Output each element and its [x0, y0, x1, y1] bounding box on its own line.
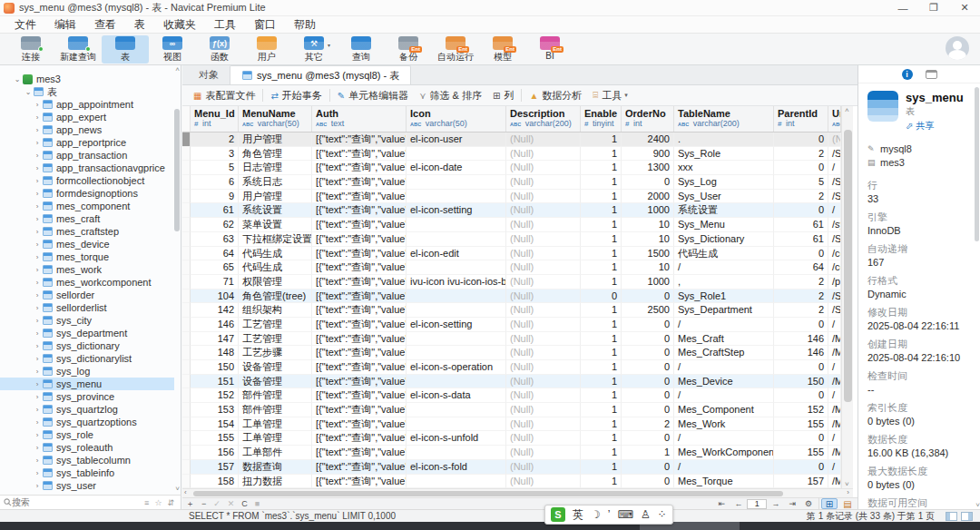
table-row[interactable]: 71权限管理[{"text":"查询","value":"Sivu-icon i… — [182, 275, 841, 290]
cell-parentid[interactable]: 5 — [774, 175, 828, 190]
table-row[interactable]: 158扭力数据[{"text":"查询","value":"S(Null)10M… — [182, 475, 841, 489]
cell-enable[interactable]: 1 — [581, 346, 622, 360]
scroll-down-icon[interactable]: ˅ — [975, 501, 980, 509]
cell-icon[interactable]: el-icon-user — [407, 132, 506, 147]
cell-auth[interactable]: [{"text":"查询","value":"S — [312, 446, 407, 460]
cell-orderno[interactable]: 1000 — [622, 203, 674, 218]
cell-parentid[interactable]: 0 — [774, 161, 828, 175]
table-row[interactable]: 62菜单设置[{"text":"查询","value":"S(Null)110S… — [182, 218, 841, 232]
tree-item-mes_craft[interactable]: ›mes_craft — [0, 212, 174, 225]
expander-icon[interactable]: › — [33, 317, 42, 325]
table-row[interactable]: 147工艺管理[{"text":"查询","value":"S(Null)10M… — [182, 332, 841, 347]
cell-enable[interactable]: 1 — [581, 375, 622, 389]
cell-ur[interactable]: /Me — [828, 446, 841, 460]
cell-tablename[interactable]: 代码生成 — [674, 247, 774, 261]
cell-ur[interactable]: /Sys — [828, 147, 841, 162]
expander-icon[interactable]: › — [33, 202, 42, 211]
cell-tablename[interactable]: Sys_Department — [674, 303, 774, 318]
cell-ur[interactable]: /Sys — [828, 303, 841, 318]
cell-enable[interactable]: 1 — [581, 417, 622, 432]
scrollbar-thumb[interactable] — [975, 87, 979, 241]
cell-enable[interactable]: 1 — [581, 247, 622, 261]
expander-icon[interactable]: › — [33, 368, 42, 376]
menu-item[interactable]: 工具 — [205, 15, 245, 34]
column-header-icon[interactable]: Iconᴀʙᴄ varchar(50) — [407, 106, 506, 132]
expander-icon[interactable]: › — [33, 406, 42, 414]
cell-icon[interactable]: el-icon-date — [407, 161, 506, 175]
expander-icon[interactable]: ⌄ — [13, 75, 22, 83]
cell-ur[interactable]: /Me — [828, 346, 841, 360]
cell-orderno[interactable]: 2 — [622, 417, 674, 432]
cell-orderno[interactable]: 0 — [622, 460, 674, 475]
tree-item-app_transactionavgprice[interactable]: ›app_transactionavgprice — [0, 162, 174, 174]
ttoolbar-columns-button[interactable]: ⊞列 — [487, 87, 519, 104]
expander-icon[interactable]: › — [33, 431, 42, 439]
cell-auth[interactable]: [{"text":"查询","value":"S — [312, 346, 407, 360]
toolbar-bi-button[interactable]: EntBI — [526, 35, 573, 64]
cell-tablename[interactable]: / — [674, 388, 774, 403]
toggle-left-panel-icon[interactable] — [946, 512, 957, 521]
cell-auth[interactable]: [{"text":"查询","value":"S — [312, 388, 407, 403]
tree-item-sys_department[interactable]: ›sys_department — [0, 327, 174, 339]
toggle-right-panel-icon[interactable] — [961, 512, 973, 521]
cell-ur[interactable]: /Sys — [828, 232, 841, 247]
cell-enable[interactable]: 1 — [581, 403, 622, 417]
cell-menuname[interactable]: 系统设置 — [239, 203, 312, 218]
cell-enable[interactable]: 1 — [581, 190, 622, 204]
row-select-gutter[interactable] — [182, 232, 191, 247]
tree-item-app_appointment[interactable]: ›app_appointment — [0, 98, 174, 111]
cell-menuname[interactable]: 用户管理 — [239, 190, 312, 204]
grid-view-button[interactable]: ⊞ — [821, 498, 838, 509]
cell-menuname[interactable]: 设备管理 — [239, 375, 312, 389]
cell-tablename[interactable]: Mes_Component — [674, 403, 774, 417]
cell-parentid[interactable]: 150 — [774, 375, 828, 389]
scrollbar-thumb[interactable] — [174, 109, 180, 231]
tree-item-connection[interactable]: ⌄mes3 — [0, 73, 174, 85]
cell-description[interactable]: (Null) — [506, 318, 581, 332]
tree-item-sys_dictionarylist[interactable]: ›sys_dictionarylist — [0, 352, 174, 365]
table-row[interactable]: 148工艺步骤[{"text":"查询","value":"S(Null)10M… — [182, 346, 841, 360]
cell-menuname[interactable]: 工单部件 — [239, 446, 312, 460]
cell-icon[interactable] — [407, 332, 506, 347]
column-header-menuname[interactable]: MenuNameᴀʙᴄ varchar(50) — [239, 106, 312, 132]
tree-item-mes_device[interactable]: ›mes_device — [0, 238, 174, 250]
cell-menuname[interactable]: 菜单设置 — [239, 218, 312, 232]
table-row[interactable]: 3角色管理[{"text":"查询","value":"S(Null)1900S… — [182, 147, 841, 162]
tree-item-sellorderlist[interactable]: ›sellorderlist — [0, 301, 174, 314]
cell-orderno[interactable]: 10 — [622, 260, 674, 275]
cell-menu_id[interactable]: 146 — [191, 318, 239, 332]
settings-gear-icon[interactable]: ⚙ — [805, 499, 812, 508]
next-page-icon[interactable]: → — [771, 499, 779, 508]
cell-ur[interactable]: /Sys — [828, 190, 841, 204]
cell-enable[interactable]: 1 — [581, 218, 622, 232]
expander-icon[interactable]: › — [33, 469, 42, 477]
ime-item[interactable]: ♙ — [641, 508, 651, 521]
cell-icon[interactable]: el-icon-setting — [407, 318, 506, 332]
row-select-gutter[interactable] — [182, 290, 191, 304]
expander-icon[interactable]: › — [33, 342, 42, 350]
cell-parentid[interactable]: 152 — [774, 403, 828, 417]
cell-description[interactable]: (Null) — [506, 218, 581, 232]
scroll-right-icon[interactable]: › — [847, 488, 849, 496]
cell-auth[interactable]: [{"text":"查询","value":"S — [312, 190, 407, 204]
expander-icon[interactable]: › — [33, 418, 42, 427]
cell-tablename[interactable]: Mes_WorkComponent — [674, 446, 774, 460]
tree-item-sys_quartzoptions[interactable]: ›sys_quartzoptions — [0, 416, 174, 428]
cell-tablename[interactable]: Mes_Work — [674, 417, 774, 432]
row-select-gutter[interactable] — [182, 460, 191, 475]
dropdown-arrow-icon[interactable]: ▾ — [328, 42, 330, 48]
ttoolbar-data-analysis-button[interactable]: ▲数据分析 — [524, 87, 587, 104]
prev-page-icon[interactable]: ← — [734, 499, 742, 508]
toolbar-other-button[interactable]: ⚒▾其它 — [290, 35, 338, 64]
tree-item-mes_craftstep[interactable]: ›mes_craftstep — [0, 225, 174, 238]
cell-parentid[interactable]: 2 — [774, 147, 828, 162]
toolbar-view-button[interactable]: ∞视图 — [149, 35, 196, 64]
share-link[interactable]: ⬀ 共享 — [906, 120, 964, 132]
cell-icon[interactable]: el-icon-edit — [407, 247, 506, 261]
cell-enable[interactable]: 1 — [581, 232, 622, 247]
cell-description[interactable]: (Null) — [506, 460, 581, 475]
table-row[interactable]: 5日志管理[{"text":"查询","value":"Sel-icon-dat… — [182, 161, 841, 175]
toolbar-connect-button[interactable]: 连接 — [7, 35, 54, 64]
table-row[interactable]: 155工单管理[{"text":"查询","value":"Sel-icon-s… — [182, 431, 841, 446]
table-row[interactable]: 65代码生成[{"text":"查询","value":"S(Null)110/… — [182, 260, 841, 275]
